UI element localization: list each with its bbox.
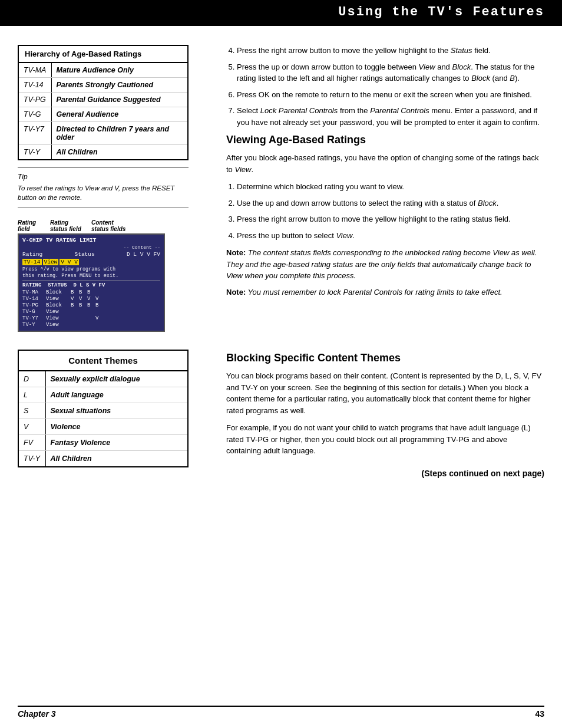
tv-rating-header: Rating xyxy=(22,251,42,258)
theme-desc: Sexual situations xyxy=(45,403,187,419)
steps-list: Press the right arrow button to move the… xyxy=(237,45,544,128)
screen-labels: Ratingfield Ratingstatus field Contentst… xyxy=(18,219,171,232)
theme-desc: Sexually explicit dialogue xyxy=(45,371,187,387)
steps-continued: (Steps continued on next page) xyxy=(226,469,544,478)
footer-page-number: 43 xyxy=(535,709,544,719)
rating-code: TV-Y7 xyxy=(19,122,51,145)
table-row: S Sexual situations xyxy=(19,403,187,419)
rating-code: TV-14 xyxy=(19,78,51,93)
tv-data-row: TV-Y View xyxy=(22,322,160,328)
bottom-left: Content Themes D Sexually explicit dialo… xyxy=(18,350,212,478)
rating-field-label: Ratingfield xyxy=(18,219,50,232)
theme-code: V xyxy=(19,419,45,435)
table-row: TV-G General Audience xyxy=(19,107,187,122)
viewing-step-4: Press the up button to select View. xyxy=(237,230,544,242)
tv-subtitle: -- Content -- xyxy=(22,245,160,250)
tv-info-text: Press ^/v to view programs withthis rati… xyxy=(22,266,160,279)
table-row: TV-PG Parental Guidance Suggested xyxy=(19,93,187,107)
tv-data-row: TV-MA Block B B B xyxy=(22,289,160,295)
theme-code: S xyxy=(19,403,45,419)
rating-code: TV-MA xyxy=(19,63,51,78)
rating-desc: Parents Strongly Cautioned xyxy=(51,78,187,93)
age-ratings-table: Hierarchy of Age-Based Ratings TV-MA Mat… xyxy=(18,45,189,160)
tv-title-row: V-CHIP TV RATING LIMIT xyxy=(22,237,160,243)
theme-code: FV xyxy=(19,435,45,451)
status-field-label: Ratingstatus field xyxy=(50,219,91,232)
screen-area: Ratingfield Ratingstatus field Contentst… xyxy=(18,219,171,332)
note-2: Note: You must remember to lock Parental… xyxy=(226,286,544,298)
rating-desc: Directed to Children 7 years and older xyxy=(51,122,187,145)
table-row: TV-Y All Children xyxy=(19,451,187,467)
table-row: TV-14 Parents Strongly Cautioned xyxy=(19,78,187,93)
content-fields-label: Contentstatus fields xyxy=(91,219,138,232)
tv-data-row: TV-Y7 View V xyxy=(22,315,160,321)
tv-highlighted-content: V V V xyxy=(59,259,79,265)
tv-header-row: Rating Status D L V V FV xyxy=(22,251,160,258)
step-7: Select Lock Parental Controls from the P… xyxy=(237,105,544,128)
main-content: Hierarchy of Age-Based Ratings TV-MA Mat… xyxy=(0,45,562,350)
left-column: Hierarchy of Age-Based Ratings TV-MA Mat… xyxy=(18,45,212,338)
theme-desc: Adult language xyxy=(45,387,187,403)
right-column: Press the right arrow button to move the… xyxy=(226,45,544,338)
age-ratings-table-header: Hierarchy of Age-Based Ratings xyxy=(19,46,187,63)
tip-section: Tip To reset the ratings to View and V, … xyxy=(18,167,189,207)
table-row: V Violence xyxy=(19,419,187,435)
tv-status-header: Status xyxy=(74,251,94,258)
rating-code: TV-G xyxy=(19,107,51,122)
rating-code: TV-PG xyxy=(19,93,51,107)
step-6: Press OK on the remote to return to the … xyxy=(237,89,544,101)
age-ratings-table-body: TV-MA Mature Audience Only TV-14 Parents… xyxy=(19,63,187,159)
table-row: TV-MA Mature Audience Only xyxy=(19,63,187,78)
viewing-section-title: Viewing Age-Based Ratings xyxy=(226,134,544,146)
content-themes-table: Content Themes D Sexually explicit dialo… xyxy=(18,350,189,467)
page-title: Using the TV's Features xyxy=(338,5,544,19)
blocking-para2: For example, if you do not want your chi… xyxy=(226,422,544,457)
table-row: L Adult language xyxy=(19,387,187,403)
table-row: FV Fantasy Violence xyxy=(19,435,187,451)
tv-data-header: RATING STATUS D L S V FV xyxy=(22,281,160,288)
bottom-right: Blocking Specific Content Themes You can… xyxy=(226,350,544,478)
viewing-steps-list: Determine which blocked rating you want … xyxy=(237,181,544,241)
viewing-step-3: Press the right arrow button to move the… xyxy=(237,213,544,225)
tv-screen: V-CHIP TV RATING LIMIT -- Content -- Rat… xyxy=(18,233,165,332)
viewing-step-1: Determine which blocked rating you want … xyxy=(237,181,544,193)
page-footer: Chapter 3 43 xyxy=(18,706,544,719)
tip-label: Tip xyxy=(18,173,189,181)
viewing-step-2: Use the up and down arrow buttons to sel… xyxy=(237,197,544,209)
tv-data-row: TV-14 View V V V V xyxy=(22,296,160,302)
page-header: Using the TV's Features xyxy=(0,0,562,24)
blocking-para1: You can block programs based on their co… xyxy=(226,370,544,416)
tv-highlighted-row: TV-14 View V V V xyxy=(22,259,160,265)
viewing-intro: After you block age-based ratings, you h… xyxy=(226,152,544,175)
theme-desc: Violence xyxy=(45,419,187,435)
step-5: Press the up or down arrow button to tog… xyxy=(237,61,544,84)
rating-desc: Parental Guidance Suggested xyxy=(51,93,187,107)
rating-desc: All Children xyxy=(51,145,187,160)
blocking-section-title: Blocking Specific Content Themes xyxy=(226,352,544,364)
step-4: Press the right arrow button to move the… xyxy=(237,45,544,57)
tip-text: To reset the ratings to View and V, pres… xyxy=(18,183,189,202)
tv-data-row: TV-G View xyxy=(22,309,160,315)
table-row: TV-Y7 Directed to Children 7 years and o… xyxy=(19,122,187,145)
table-row: D Sexually explicit dialogue xyxy=(19,371,187,387)
note-1: Note: The content status fields correspo… xyxy=(226,247,544,282)
rating-desc: Mature Audience Only xyxy=(51,63,187,78)
content-themes-body: D Sexually explicit dialogue L Adult lan… xyxy=(19,371,187,466)
theme-code: D xyxy=(19,371,45,387)
tv-title: V-CHIP TV RATING LIMIT xyxy=(22,237,96,243)
header-divider xyxy=(0,24,562,26)
content-themes-header: Content Themes xyxy=(19,351,187,371)
theme-desc: All Children xyxy=(45,451,187,467)
table-row: TV-Y All Children xyxy=(19,145,187,160)
theme-code: L xyxy=(19,387,45,403)
bottom-section: Content Themes D Sexually explicit dialo… xyxy=(0,350,562,496)
theme-code: TV-Y xyxy=(19,451,45,467)
rating-code: TV-Y xyxy=(19,145,51,160)
theme-desc: Fantasy Violence xyxy=(45,435,187,451)
tv-data-row: TV-PG Block B B B B xyxy=(22,302,160,308)
tv-highlighted-status: View xyxy=(43,259,59,265)
tv-content-header: D L V V FV xyxy=(127,251,160,258)
footer-chapter: Chapter 3 xyxy=(18,709,56,719)
tv-highlighted-rating: TV-14 xyxy=(22,259,42,265)
rating-desc: General Audience xyxy=(51,107,187,122)
